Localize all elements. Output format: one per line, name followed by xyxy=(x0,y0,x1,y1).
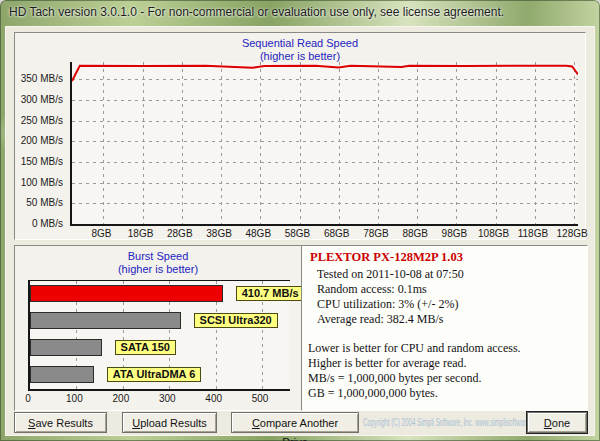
info-note-line: MB/s = 1,000,000 bytes per second. xyxy=(308,371,521,386)
info-stat-line: Average read: 382.4 MB/s xyxy=(317,312,464,327)
burst-bar xyxy=(30,312,181,329)
burst-bar-label: ATA UltraDMA 6 xyxy=(107,367,202,382)
x-tick-label: 78GB xyxy=(356,228,396,239)
burst-speed-plot: 410.7 MB/sSCSI Ultra320SATA 150ATA Ultra… xyxy=(28,280,290,391)
upload-results-label: pload Results xyxy=(140,417,207,429)
burst-bar-label: SCSI Ultra320 xyxy=(194,313,278,328)
done-accel: D xyxy=(544,417,552,429)
done-label: one xyxy=(552,417,570,429)
y-tick-label: 350 MB/s xyxy=(21,73,63,84)
x-tick-label: 88GB xyxy=(395,228,435,239)
x-tick-label: 118GB xyxy=(513,228,553,239)
y-tick-label: 50 MB/s xyxy=(26,197,63,208)
drive-stats: Tested on 2011-10-08 at 07:50Random acce… xyxy=(317,267,464,327)
y-tick-label: 150 MB/s xyxy=(21,156,63,167)
window-body: Sequential Read Speed (higher is better)… xyxy=(5,26,595,436)
x-tick-label: 48GB xyxy=(238,228,278,239)
window-titlebar[interactable]: HD Tach version 3.0.1.0 - For non-commer… xyxy=(0,0,600,26)
burst-chart-subtitle: (higher is better) xyxy=(15,263,301,276)
info-stat-line: Random access: 0.1ms xyxy=(317,282,464,297)
x-tick-label: 38GB xyxy=(199,228,239,239)
x-tick-label: 500 xyxy=(240,393,280,404)
done-button[interactable]: Done xyxy=(527,412,587,433)
x-tick-label: 128GB xyxy=(552,228,592,239)
x-tick-label: 108GB xyxy=(474,228,514,239)
sequential-read-panel: Sequential Read Speed (higher is better)… xyxy=(14,32,586,240)
read-speed-line-svg xyxy=(72,62,578,224)
x-tick-label: 400 xyxy=(194,393,234,404)
drive-info-panel: PLEXTOR PX-128M2P 1.03 Tested on 2011-10… xyxy=(301,245,588,411)
x-tick-label: 28GB xyxy=(160,228,200,239)
info-note-line: Lower is better for CPU and random acces… xyxy=(308,341,521,356)
save-results-label: ave Results xyxy=(35,417,92,429)
burst-speed-panel: Burst Speed (higher is better) 410.7 MB/… xyxy=(14,245,302,411)
compare-accel: C xyxy=(252,417,260,429)
info-note-line: Higher is better for average read. xyxy=(308,356,521,371)
burst-bar xyxy=(30,285,223,302)
upload-results-button[interactable]: Upload Results xyxy=(122,412,217,433)
x-tick-label: 98GB xyxy=(434,228,474,239)
hdtach-window: HD Tach version 3.0.1.0 - For non-commer… xyxy=(0,0,600,441)
sequential-x-axis: 8GB18GB28GB38GB48GB58GB68GB78GB88GB98GB1… xyxy=(70,228,576,241)
copyright-text: Copyright (C) 2004 Simpli Software, Inc.… xyxy=(363,417,543,428)
save-results-button[interactable]: Save Results xyxy=(14,412,107,433)
burst-x-axis: 0100200300400500 xyxy=(28,393,288,406)
x-tick-label: 200 xyxy=(101,393,141,404)
info-note-line: GB = 1,000,000,000 bytes. xyxy=(308,386,521,401)
x-tick-label: 18GB xyxy=(121,228,161,239)
x-tick-label: 100 xyxy=(54,393,94,404)
drive-notes: Lower is better for CPU and random acces… xyxy=(308,341,521,401)
burst-bar-label: 410.7 MB/s xyxy=(236,286,305,301)
x-tick-label: 68GB xyxy=(317,228,357,239)
window-title: HD Tach version 3.0.1.0 - For non-commer… xyxy=(9,5,504,19)
burst-bar-label: SATA 150 xyxy=(115,340,176,355)
y-tick-label: 0 MB/s xyxy=(32,218,63,229)
burst-bar xyxy=(30,366,94,383)
x-tick-label: 58GB xyxy=(278,228,318,239)
y-tick-label: 100 MB/s xyxy=(21,177,63,188)
x-tick-label: 300 xyxy=(147,393,187,404)
y-tick-label: 250 MB/s xyxy=(21,115,63,126)
y-tick-label: 300 MB/s xyxy=(21,94,63,105)
sequential-chart-header: Sequential Read Speed (higher is better) xyxy=(15,37,585,63)
drive-name: PLEXTOR PX-128M2P 1.03 xyxy=(310,250,463,265)
read-speed-line xyxy=(72,66,578,81)
sequential-y-axis: 0 MB/s50 MB/s100 MB/s150 MB/s200 MB/s250… xyxy=(15,62,66,224)
x-tick-label: 8GB xyxy=(81,228,121,239)
info-stat-line: Tested on 2011-10-08 at 07:50 xyxy=(317,267,464,282)
compare-label: ompare Another Drive xyxy=(260,417,338,441)
burst-chart-header: Burst Speed (higher is better) xyxy=(15,250,301,276)
burst-bar xyxy=(30,339,102,356)
sequential-chart-title: Sequential Read Speed xyxy=(15,37,585,50)
info-stat-line: CPU utilization: 3% (+/- 2%) xyxy=(317,297,464,312)
y-tick-label: 200 MB/s xyxy=(21,135,63,146)
x-tick-label: 0 xyxy=(8,393,48,404)
burst-chart-title: Burst Speed xyxy=(15,250,301,263)
upload-results-accel: U xyxy=(132,417,140,429)
sequential-read-plot xyxy=(70,62,578,226)
compare-another-drive-button[interactable]: Compare Another Drive xyxy=(231,412,359,433)
